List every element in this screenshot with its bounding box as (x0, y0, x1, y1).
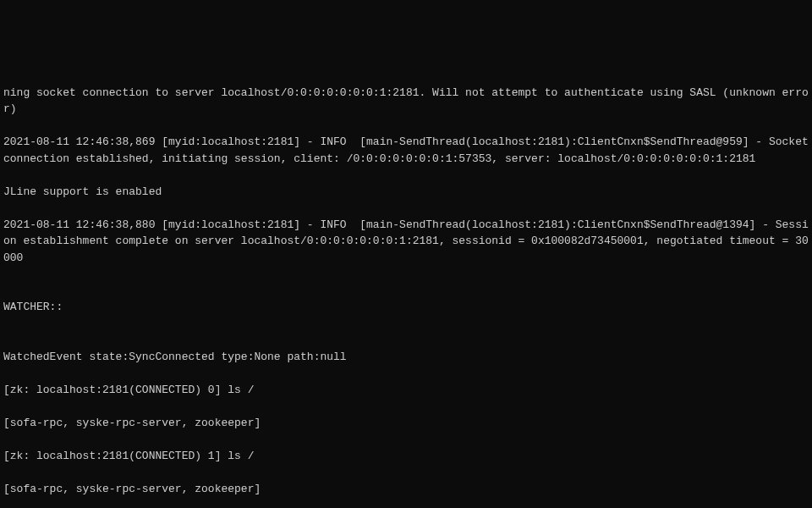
log-line: JLine support is enabled (3, 184, 809, 201)
log-line: 2021-08-11 12:46:38,869 [myid:localhost:… (3, 134, 809, 167)
log-line: WATCHER:: (3, 299, 809, 316)
log-line: 2021-08-11 12:46:38,880 [myid:localhost:… (3, 217, 809, 267)
log-line: WatchedEvent state:SyncConnected type:No… (3, 349, 809, 366)
zk-output-line: [sofa-rpc, syske-rpc-server, zookeeper] (3, 415, 809, 432)
terminal-output[interactable]: ning socket connection to server localho… (3, 68, 809, 508)
log-line: ning socket connection to server localho… (3, 85, 809, 118)
zk-output-line: [sofa-rpc, syske-rpc-server, zookeeper] (3, 481, 809, 498)
zk-prompt-line: [zk: localhost:2181(CONNECTED) 1] ls / (3, 448, 809, 465)
zk-prompt-line: [zk: localhost:2181(CONNECTED) 0] ls / (3, 382, 809, 399)
